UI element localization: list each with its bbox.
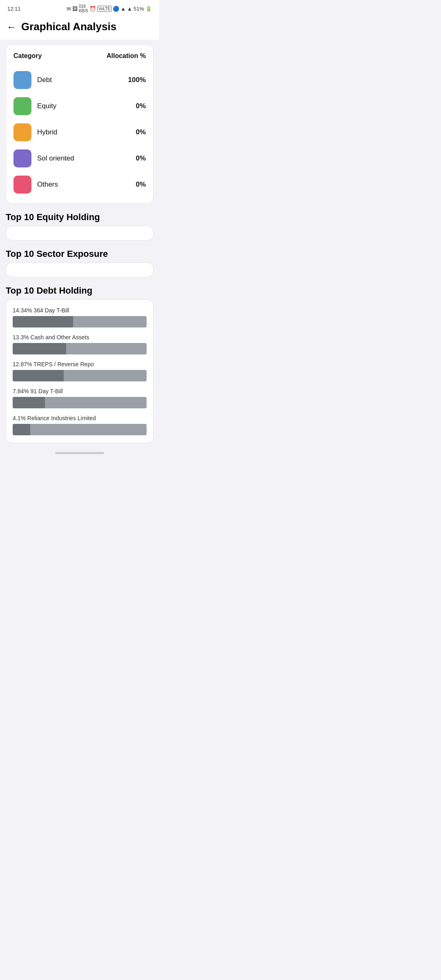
main-content: Category Allocation % Debt 100% Equity 0…: [0, 40, 159, 448]
category-color-swatch: [13, 71, 31, 89]
allocation-row: Debt 100%: [13, 67, 146, 93]
page-title: Graphical Analysis: [21, 20, 116, 33]
debt-bar-fill: [13, 343, 66, 354]
wifi-icon: ▲: [120, 6, 126, 12]
allocation-row-left: Others: [13, 176, 58, 194]
column-category-label: Category: [13, 52, 42, 60]
battery-icon: 🔋: [145, 6, 152, 12]
speed-icon: 018KB/S: [79, 4, 88, 13]
mail-icon: ✉: [67, 6, 71, 12]
category-percent: 0%: [136, 154, 146, 163]
allocation-row: Others 0%: [13, 172, 146, 198]
allocation-rows: Debt 100% Equity 0% Hybrid 0% Sol orient…: [13, 67, 146, 198]
category-name: Others: [37, 180, 58, 189]
image-icon: 🖼: [72, 6, 78, 12]
equity-card-empty: [6, 226, 154, 241]
sector-heading: Top 10 Sector Exposure: [6, 247, 154, 263]
category-name: Debt: [37, 76, 52, 84]
debt-bar-label: 14.34% 364 Day T-Bill: [13, 307, 147, 314]
volte-icon: VoLTE: [97, 6, 111, 12]
category-name: Sol oriented: [37, 154, 74, 163]
debt-bar-fill: [13, 424, 30, 435]
back-button[interactable]: ←: [7, 22, 16, 32]
debt-card: 14.34% 364 Day T-Bill 13.3% Cash and Oth…: [6, 299, 154, 443]
allocation-row: Equity 0%: [13, 93, 146, 119]
category-percent: 0%: [136, 180, 146, 189]
debt-bar-track: [13, 370, 147, 381]
debt-bar-label: 7.84% 91 Day T-Bill: [13, 388, 147, 394]
category-percent: 0%: [136, 128, 146, 136]
sector-card-empty: [6, 263, 154, 277]
status-bar: 12:11 ✉ 🖼 018KB/S ⏰ VoLTE 🔵 ▲ ▲ 51% 🔋: [0, 0, 159, 16]
category-color-swatch: [13, 123, 31, 141]
status-icons: ✉ 🖼 018KB/S ⏰ VoLTE 🔵 ▲ ▲ 51% 🔋: [67, 4, 152, 13]
debt-heading: Top 10 Debt Holding: [6, 284, 154, 299]
column-allocation-label: Allocation %: [107, 52, 146, 60]
category-percent: 100%: [128, 76, 146, 84]
status-time: 12:11: [7, 6, 21, 12]
debt-bar-item: 13.3% Cash and Other Assets: [13, 334, 147, 354]
debt-bar-item: 14.34% 364 Day T-Bill: [13, 307, 147, 327]
category-percent: 0%: [136, 102, 146, 110]
debt-bar-label: 12.87% TREPS / Reverse Repo: [13, 361, 147, 368]
bluetooth-icon: 🔵: [113, 6, 119, 12]
debt-bar-item: 12.87% TREPS / Reverse Repo: [13, 361, 147, 381]
allocation-row: Sol oriented 0%: [13, 145, 146, 172]
debt-bar-item: 4.1% Reliance Industries Limited: [13, 415, 147, 435]
scroll-bar: [55, 452, 104, 454]
sector-section: Top 10 Sector Exposure: [6, 247, 154, 277]
category-color-swatch: [13, 149, 31, 167]
category-name: Hybrid: [37, 128, 57, 136]
debt-bar-track: [13, 316, 147, 327]
alarm-icon: ⏰: [89, 6, 96, 12]
allocation-card: Category Allocation % Debt 100% Equity 0…: [6, 45, 154, 204]
category-color-swatch: [13, 97, 31, 115]
debt-bar-item: 7.84% 91 Day T-Bill: [13, 388, 147, 408]
debt-bar-track: [13, 397, 147, 408]
equity-section: Top 10 Equity Holding: [6, 210, 154, 241]
allocation-row-left: Debt: [13, 71, 52, 89]
page-header: ← Graphical Analysis: [0, 16, 159, 40]
allocation-row-left: Equity: [13, 97, 56, 115]
allocation-row: Hybrid 0%: [13, 119, 146, 145]
debt-bar-label: 4.1% Reliance Industries Limited: [13, 415, 147, 421]
debt-bar-fill: [13, 397, 45, 408]
allocation-row-left: Sol oriented: [13, 149, 74, 167]
debt-bar-track: [13, 343, 147, 354]
debt-bar-label: 13.3% Cash and Other Assets: [13, 334, 147, 341]
signal-icon: ▲: [127, 6, 132, 12]
equity-heading: Top 10 Equity Holding: [6, 210, 154, 226]
debt-section: Top 10 Debt Holding 14.34% 364 Day T-Bil…: [6, 284, 154, 443]
category-color-swatch: [13, 176, 31, 194]
category-name: Equity: [37, 102, 56, 110]
allocation-header: Category Allocation %: [13, 52, 146, 60]
scroll-indicator: [0, 448, 159, 458]
allocation-row-left: Hybrid: [13, 123, 57, 141]
battery-level: 51%: [134, 6, 144, 12]
debt-bar-fill: [13, 316, 73, 327]
debt-bar-fill: [13, 370, 64, 381]
debt-bar-track: [13, 424, 147, 435]
